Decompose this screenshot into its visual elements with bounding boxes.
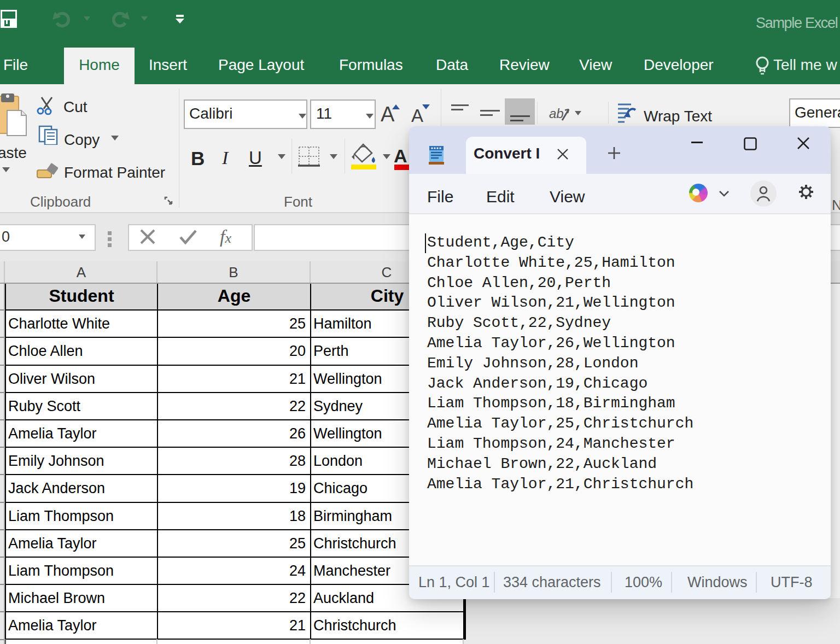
- svg-text:ab: ab: [549, 106, 564, 121]
